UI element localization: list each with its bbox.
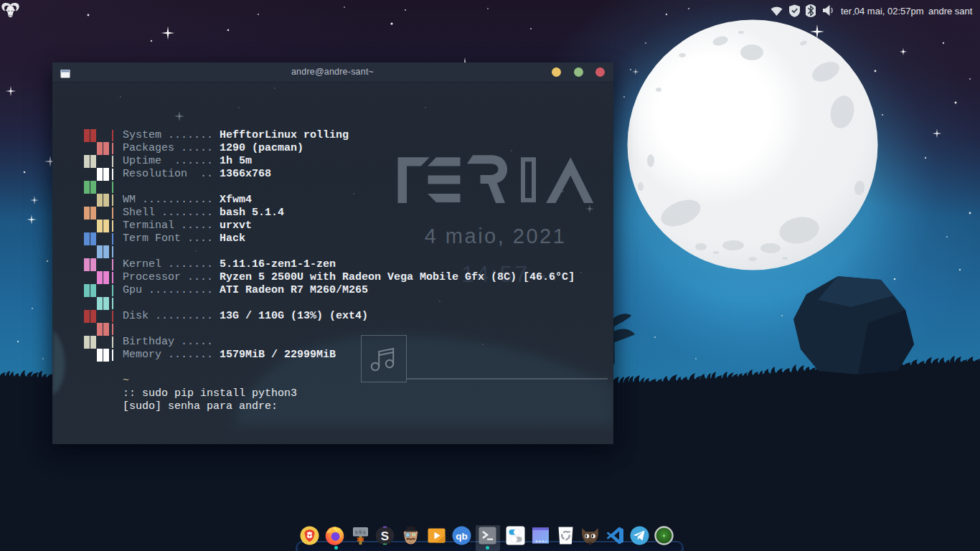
svg-text:qb: qb <box>456 531 468 542</box>
svg-text:S: S <box>380 529 388 543</box>
